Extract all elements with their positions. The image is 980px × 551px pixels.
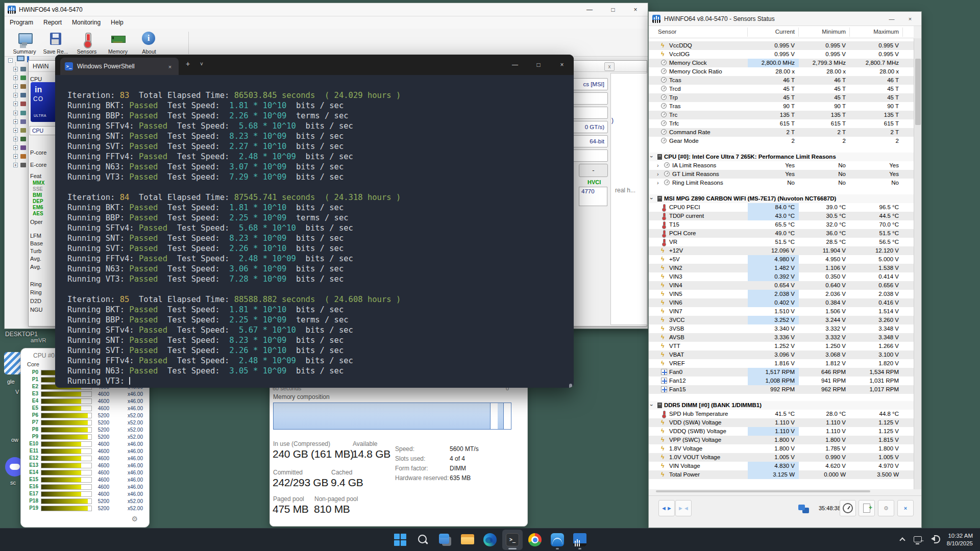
sensor-row[interactable]: ϟVDD (SWA) Voltage1.110 V1.110 V1.125 V [649, 418, 914, 427]
tab-dropdown-icon[interactable]: ˅ [200, 61, 203, 67]
tree-expand-box[interactable]: + [13, 67, 18, 71]
tab-windows-powershell[interactable]: >_ Windows PowerShell × [60, 58, 179, 75]
sensor-row[interactable]: Tras90 T90 T90 T [649, 102, 914, 111]
col-sensor[interactable]: Sensor [658, 29, 676, 35]
sensor-row[interactable]: Trfc615 T615 T615 T [649, 119, 914, 128]
remote-monitor-button[interactable] [793, 500, 810, 516]
menu-item-help[interactable]: Help [106, 17, 129, 28]
tree-expand-box[interactable]: + [13, 128, 18, 133]
gear-icon[interactable]: ⚙ [131, 515, 138, 523]
sensor-row[interactable]: Memory Clock2,800.0 MHz2,799.3 MHz2,800.… [649, 59, 914, 67]
report-button[interactable] [859, 500, 875, 516]
desktop-icon-label[interactable]: gle [7, 379, 15, 385]
sensor-row[interactable]: SPD Hub Temperature41.5 °C28.0 °C44.8 °C [649, 410, 914, 418]
tree-expand-box[interactable]: + [13, 145, 18, 150]
sensor-row[interactable]: ϟ1.8V Voltage1.800 V1.785 V1.800 V [649, 444, 914, 453]
aboutbutton[interactable]: About [134, 30, 164, 56]
titlebar[interactable]: >_ Windows PowerShell × + ˅ — □ × [55, 55, 574, 75]
maximize-button[interactable]: □ [602, 4, 624, 15]
sensor-row[interactable]: Trcd45 T45 T45 T [649, 85, 914, 93]
horizontal-scrollbar[interactable] [656, 490, 870, 492]
expand-columns-button[interactable]: ◄► [658, 500, 675, 516]
sensor-row[interactable]: ϟ3VSB3.340 V3.332 V3.348 V [649, 324, 914, 333]
taskbar-search-button[interactable] [412, 530, 433, 550]
tree-expand-box[interactable]: + [13, 102, 18, 106]
sensor-row[interactable]: Trp45 T45 T45 T [649, 93, 914, 102]
sensor-row[interactable]: ϟVIN71.510 V1.506 V1.514 V [649, 307, 914, 316]
tree-expand-box[interactable]: + [13, 84, 18, 89]
memorybutton[interactable]: Memory [103, 30, 133, 56]
sensor-row[interactable]: ›Ring Limit ReasonsNoNoNo [649, 179, 914, 187]
sensor-row[interactable]: Fan15992 RPM962 RPM1,017 RPM [649, 385, 914, 394]
close-button[interactable]: × [624, 4, 647, 15]
sensor-row[interactable]: Fan01,517 RPM646 RPM1,534 RPM [649, 368, 914, 377]
minimize-button[interactable]: — [503, 55, 527, 75]
sensor-row[interactable]: ϟVIN30.392 V0.350 V0.414 V [649, 272, 914, 281]
taskbar-terminal-button[interactable]: >_ [502, 530, 523, 550]
tree-expand-box[interactable]: + [13, 111, 18, 115]
sensor-row[interactable]: ϟTotal Power3.125 W0.000 W3.500 W [649, 470, 914, 479]
chevron-right-icon[interactable]: › [657, 180, 659, 186]
sensor-row[interactable]: ϟVIN21.482 V1.106 V1.538 V [649, 264, 914, 272]
scrollbar-thumb[interactable] [569, 384, 572, 388]
sensor-section-header[interactable]: ›CPU [#0]: Intel Core Ultra 7 265K: Perf… [649, 153, 914, 161]
network-icon[interactable] [914, 536, 922, 542]
new-tab-button[interactable]: + [186, 60, 190, 68]
chevron-right-icon[interactable]: › [657, 162, 659, 168]
sensor-row[interactable]: ϟVIN60.402 V0.384 V0.416 V [649, 298, 914, 307]
close-button[interactable]: × [903, 15, 917, 23]
sensor-row[interactable]: TD0P current43.0 °C30.5 °C44.5 °C [649, 212, 914, 220]
sensorsbutton[interactable]: Sensors [72, 30, 102, 56]
desktop-icon-label[interactable]: sc [10, 480, 16, 486]
col-minimum[interactable]: Minimum [799, 29, 846, 35]
sensor-row[interactable]: ›GT Limit ReasonsYesNoYes [649, 170, 914, 179]
tree-expand-box[interactable]: + [13, 93, 18, 97]
desktop-icon-label[interactable]: ow [11, 437, 18, 443]
sensor-row[interactable]: ϟ+12V12.096 V11.904 V12.120 V [649, 246, 914, 255]
taskbar-widgets-button[interactable] [435, 530, 455, 550]
scrollbar-thumb[interactable] [915, 59, 921, 125]
sensor-row[interactable]: ϟVDDQ (SWB) Voltage1.110 V1.110 V1.125 V [649, 427, 914, 436]
tree-expand-box[interactable]: + [13, 137, 18, 141]
menu-item-report[interactable]: Report [38, 17, 67, 28]
sensor-row[interactable]: ϟVIN40.654 V0.640 V0.656 V [649, 281, 914, 290]
sensor-row[interactable]: Fan121,008 RPM941 RPM1,031 RPM [649, 377, 914, 385]
sensor-row[interactable]: CPU0 PECI84.0 °C39.0 °C96.5 °C [649, 203, 914, 212]
tree-expand-box[interactable]: + [13, 163, 18, 167]
minimize-button[interactable]: — [578, 4, 601, 15]
chevron-down-icon[interactable]: › [649, 156, 655, 158]
sensor-section-header[interactable]: ›MSI MPG Z890 CARBON WIFI (MS-7E17) (Nuv… [649, 194, 914, 203]
cpu-name-field[interactable]: CPU [30, 126, 58, 135]
version-field[interactable]: 4770 [579, 187, 607, 206]
close-sensors-button[interactable]: × [897, 500, 914, 516]
sensor-table[interactable]: ϟVccDDQ0.995 V0.995 V0.995 VϟVccIOG0.995… [649, 38, 914, 489]
sensor-row[interactable]: ϟVccIOG0.995 V0.995 V0.995 V [649, 50, 914, 59]
sensor-row[interactable]: ϟAVSB3.336 V3.332 V3.348 V [649, 333, 914, 342]
summarybutton[interactable]: Summary [10, 30, 39, 56]
taskbar-taskmgr-button[interactable] [547, 530, 568, 550]
sensor-row[interactable]: ›IA Limit ReasonsYesNoYes [649, 161, 914, 170]
chevron-right-icon[interactable]: › [657, 171, 659, 177]
menu-item-monitoring[interactable]: Monitoring [67, 17, 106, 28]
minimize-button[interactable]: — [885, 15, 899, 23]
sensor-row[interactable]: ϟ3VCC3.252 V3.244 V3.260 V [649, 316, 914, 324]
sensor-row[interactable]: PCH Core49.0 °C36.0 °C51.5 °C [649, 229, 914, 238]
sensor-row[interactable]: Command Rate2 T2 T2 T [649, 128, 914, 137]
maximize-button[interactable]: □ [527, 55, 550, 75]
tab-close-icon[interactable]: × [165, 62, 175, 71]
clock-button[interactable] [840, 500, 856, 516]
settings-gear-button[interactable]: ⚙ [878, 500, 894, 516]
sensor-row[interactable]: ϟ+5V4.980 V4.950 V5.000 V [649, 255, 914, 264]
sensor-row[interactable]: ϟVTT1.252 V1.250 V1.266 V [649, 342, 914, 350]
col-current[interactable]: Current [748, 29, 795, 35]
taskbar-edge-button[interactable] [480, 530, 500, 550]
titlebar[interactable]: HWiNFO64 v8.04-5470 - Sensors Status — × [649, 12, 921, 26]
desktop-icon[interactable] [4, 352, 21, 374]
vertical-scrollbar[interactable] [914, 38, 921, 489]
tree-expand-box[interactable]: + [13, 119, 18, 124]
volume-icon[interactable] [928, 536, 935, 541]
sensor-row[interactable]: ϟVIN Voltage4.830 V4.620 V4.970 V [649, 462, 914, 470]
close-icon[interactable]: x [604, 62, 615, 71]
minus-button[interactable]: - [579, 164, 608, 177]
close-button[interactable]: × [550, 55, 574, 75]
